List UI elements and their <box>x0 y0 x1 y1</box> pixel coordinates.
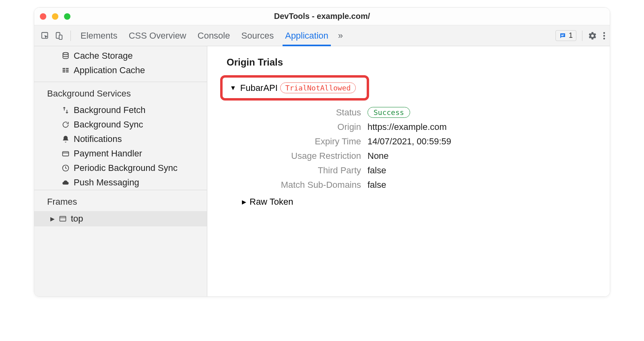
issues-icon <box>559 32 566 39</box>
more-icon[interactable] <box>603 31 606 40</box>
sidebar-item-background-fetch[interactable]: Background Fetch <box>34 103 207 117</box>
grid-icon <box>62 66 70 74</box>
sidebar-item-label: Background Sync <box>74 119 143 130</box>
sidebar-item-notifications[interactable]: Notifications <box>34 132 207 146</box>
svg-rect-2 <box>59 35 62 39</box>
sidebar-item-frame-top[interactable]: ▶ top <box>34 211 207 226</box>
raw-token-row[interactable]: ▶ Raw Token <box>242 197 602 207</box>
value-expiry: 14/07/2021, 00:59:59 <box>367 136 602 147</box>
value-usage-restriction: None <box>367 151 602 161</box>
svg-point-6 <box>603 35 605 36</box>
devtools-window: DevTools - example.com/ Elements CSS Ove… <box>34 7 610 297</box>
sidebar-item-push-messaging[interactable]: Push Messaging <box>34 175 207 190</box>
close-window-button[interactable] <box>40 13 46 20</box>
sidebar-item-payment-handler[interactable]: Payment Handler <box>34 146 207 161</box>
svg-rect-3 <box>561 35 564 35</box>
fetch-icon <box>62 106 70 114</box>
trial-name: FubarAPI <box>240 83 278 93</box>
device-toolbar-icon[interactable] <box>54 31 63 40</box>
svg-rect-13 <box>63 72 66 73</box>
clock-icon <box>62 164 70 172</box>
window-icon <box>59 215 67 223</box>
sync-icon <box>62 121 70 129</box>
label-usage-restriction: Usage Restriction <box>248 151 361 161</box>
tab-elements[interactable]: Elements <box>80 25 118 46</box>
sidebar-item-label: Background Fetch <box>74 105 146 115</box>
label-status: Status <box>248 107 361 118</box>
value-third-party: false <box>367 165 602 176</box>
svg-rect-18 <box>60 216 66 221</box>
token-status-pill: Success <box>367 107 410 118</box>
credit-card-icon <box>62 150 70 158</box>
tab-application[interactable]: Application <box>285 25 328 46</box>
minimize-window-button[interactable] <box>52 13 58 20</box>
issues-count: 1 <box>569 31 573 40</box>
chevron-right-icon: ▶ <box>50 216 55 222</box>
inspect-element-icon[interactable] <box>41 31 50 40</box>
svg-rect-14 <box>66 72 69 73</box>
sidebar-item-background-sync[interactable]: Background Sync <box>34 117 207 132</box>
origin-trials-panel: Origin Trials ▼ FubarAPI TrialNotAllowed… <box>207 46 610 296</box>
traffic-lights <box>40 13 70 20</box>
sidebar-item-cache-storage[interactable]: Cache Storage <box>34 49 207 63</box>
svg-point-8 <box>63 53 68 55</box>
panel-tabs: Elements CSS Overview Console Sources Ap… <box>76 25 328 46</box>
sidebar-section-frames: Frames <box>34 194 207 211</box>
svg-rect-4 <box>561 35 563 36</box>
tab-css-overview[interactable]: CSS Overview <box>129 25 186 46</box>
toolbar-separator <box>70 31 71 41</box>
panel-heading: Origin Trials <box>227 57 602 68</box>
value-match-subdomains: false <box>367 180 602 190</box>
label-third-party: Third Party <box>248 165 361 176</box>
sidebar-item-label: Push Messaging <box>74 177 139 188</box>
tabs-overflow-button[interactable]: » <box>338 31 343 41</box>
chevron-down-icon: ▼ <box>230 84 236 92</box>
sidebar-item-periodic-background-sync[interactable]: Periodic Background Sync <box>34 161 207 175</box>
titlebar: DevTools - example.com/ <box>34 8 610 25</box>
svg-rect-10 <box>66 68 69 69</box>
toolbar-separator <box>582 31 582 41</box>
svg-rect-15 <box>63 152 69 156</box>
window-title: DevTools - example.com/ <box>34 12 610 21</box>
toolbar: Elements CSS Overview Console Sources Ap… <box>34 25 610 46</box>
database-icon <box>62 52 70 60</box>
label-match-subdomains: Match Sub-Domains <box>248 180 361 190</box>
chevron-right-icon: ▶ <box>242 199 246 205</box>
cloud-icon <box>62 179 70 187</box>
sidebar-item-label: Periodic Background Sync <box>74 163 178 173</box>
tab-console[interactable]: Console <box>198 25 230 46</box>
sidebar-section-background-services: Background Services <box>34 86 207 103</box>
sidebar-item-label: Application Cache <box>74 65 145 76</box>
sidebar-item-application-cache[interactable]: Application Cache <box>34 63 207 78</box>
svg-rect-9 <box>63 68 66 69</box>
value-origin: https://example.com <box>367 122 602 132</box>
panel-body: Cache Storage Application Cache Backgrou… <box>34 46 610 296</box>
trial-status-pill: TrialNotAllowed <box>280 82 356 93</box>
tab-sources[interactable]: Sources <box>241 25 274 46</box>
label-origin: Origin <box>248 122 361 132</box>
svg-point-7 <box>603 37 605 39</box>
frame-name: top <box>71 214 83 224</box>
application-sidebar: Cache Storage Application Cache Backgrou… <box>34 46 207 296</box>
label-expiry: Expiry Time <box>248 136 361 147</box>
svg-rect-11 <box>63 70 66 71</box>
sidebar-item-label: Notifications <box>74 134 122 144</box>
trial-header-row[interactable]: ▼ FubarAPI TrialNotAllowed <box>220 75 369 101</box>
svg-rect-12 <box>66 70 69 71</box>
svg-point-5 <box>603 32 605 33</box>
issues-badge[interactable]: 1 <box>555 30 576 41</box>
sidebar-item-label: Cache Storage <box>74 51 133 61</box>
maximize-window-button[interactable] <box>64 13 70 20</box>
settings-icon[interactable] <box>588 31 597 40</box>
raw-token-label: Raw Token <box>250 197 293 207</box>
bell-icon <box>62 135 70 143</box>
sidebar-item-label: Payment Handler <box>74 148 142 159</box>
